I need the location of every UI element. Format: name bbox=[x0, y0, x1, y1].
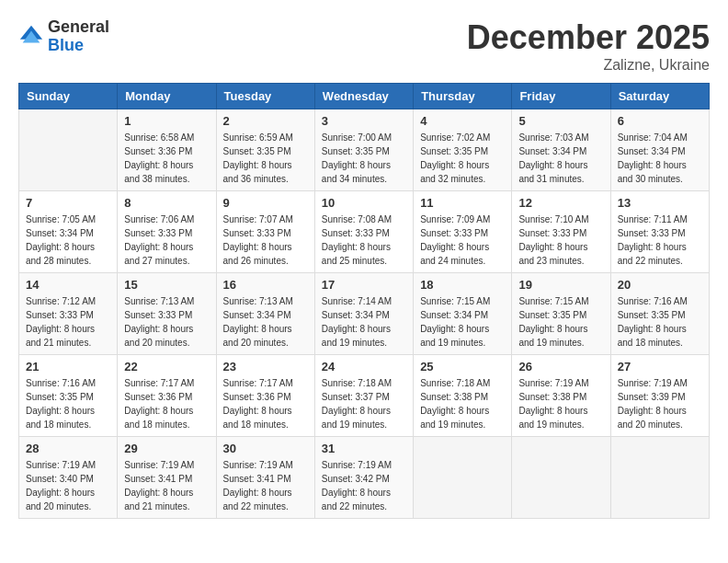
calendar-day-cell: 26Sunrise: 7:19 AMSunset: 3:38 PMDayligh… bbox=[512, 355, 610, 437]
weekday-header: Saturday bbox=[610, 84, 709, 109]
day-info: Sunrise: 7:14 AMSunset: 3:34 PMDaylight:… bbox=[322, 294, 406, 350]
logo-icon bbox=[18, 24, 44, 50]
day-info: Sunrise: 7:07 AMSunset: 3:33 PMDaylight:… bbox=[223, 213, 308, 268]
calendar-day-cell bbox=[512, 437, 610, 519]
day-info: Sunrise: 7:00 AMSunset: 3:35 PMDaylight:… bbox=[322, 131, 406, 186]
calendar-day-cell: 6Sunrise: 7:04 AMSunset: 3:34 PMDaylight… bbox=[610, 109, 709, 191]
day-number: 24 bbox=[322, 360, 406, 373]
calendar-table: SundayMondayTuesdayWednesdayThursdayFrid… bbox=[18, 83, 710, 519]
calendar-day-cell: 24Sunrise: 7:18 AMSunset: 3:37 PMDayligh… bbox=[314, 355, 413, 437]
day-info: Sunrise: 7:19 AMSunset: 3:41 PMDaylight:… bbox=[124, 458, 209, 513]
day-info: Sunrise: 7:18 AMSunset: 3:37 PMDaylight:… bbox=[322, 376, 406, 431]
calendar-day-cell: 28Sunrise: 7:19 AMSunset: 3:40 PMDayligh… bbox=[19, 437, 118, 519]
logo-general-text: General bbox=[48, 17, 109, 36]
day-info: Sunrise: 7:17 AMSunset: 3:36 PMDaylight:… bbox=[223, 376, 308, 431]
day-number: 26 bbox=[518, 360, 603, 373]
calendar-day-cell: 12Sunrise: 7:10 AMSunset: 3:33 PMDayligh… bbox=[512, 191, 610, 273]
calendar-day-cell: 20Sunrise: 7:16 AMSunset: 3:35 PMDayligh… bbox=[610, 273, 709, 355]
day-info: Sunrise: 7:04 AMSunset: 3:34 PMDaylight:… bbox=[618, 131, 702, 186]
day-info: Sunrise: 7:13 AMSunset: 3:33 PMDaylight:… bbox=[124, 294, 209, 350]
calendar-body: 1Sunrise: 6:58 AMSunset: 3:36 PMDaylight… bbox=[19, 109, 710, 519]
day-info: Sunrise: 7:19 AMSunset: 3:39 PMDaylight:… bbox=[618, 376, 702, 431]
day-number: 23 bbox=[223, 360, 308, 373]
calendar-day-cell bbox=[19, 109, 118, 191]
day-number: 16 bbox=[223, 278, 308, 292]
month-title: December 2025 bbox=[467, 18, 710, 57]
weekday-header: Friday bbox=[512, 84, 610, 109]
day-number: 19 bbox=[518, 278, 603, 292]
calendar-day-cell bbox=[414, 437, 512, 519]
day-info: Sunrise: 7:13 AMSunset: 3:34 PMDaylight:… bbox=[223, 294, 308, 350]
day-number: 4 bbox=[420, 114, 505, 128]
calendar-day-cell: 30Sunrise: 7:19 AMSunset: 3:41 PMDayligh… bbox=[216, 437, 314, 519]
day-info: Sunrise: 7:05 AMSunset: 3:34 PMDaylight:… bbox=[26, 213, 110, 268]
calendar-day-cell: 16Sunrise: 7:13 AMSunset: 3:34 PMDayligh… bbox=[216, 273, 314, 355]
calendar-day-cell: 4Sunrise: 7:02 AMSunset: 3:35 PMDaylight… bbox=[414, 109, 512, 191]
day-number: 30 bbox=[223, 442, 308, 455]
day-info: Sunrise: 7:15 AMSunset: 3:35 PMDaylight:… bbox=[518, 294, 603, 350]
day-number: 9 bbox=[223, 196, 308, 210]
calendar-day-cell: 9Sunrise: 7:07 AMSunset: 3:33 PMDaylight… bbox=[216, 191, 314, 273]
calendar-week-row: 7Sunrise: 7:05 AMSunset: 3:34 PMDaylight… bbox=[19, 191, 710, 273]
day-number: 14 bbox=[26, 278, 110, 292]
day-number: 22 bbox=[124, 360, 209, 373]
day-number: 27 bbox=[618, 360, 702, 373]
day-number: 7 bbox=[26, 196, 110, 210]
calendar-day-cell: 11Sunrise: 7:09 AMSunset: 3:33 PMDayligh… bbox=[414, 191, 512, 273]
weekday-header: Sunday bbox=[19, 84, 118, 109]
weekday-header: Thursday bbox=[414, 84, 512, 109]
day-info: Sunrise: 7:06 AMSunset: 3:33 PMDaylight:… bbox=[124, 213, 209, 268]
title-block: December 2025 Zalizne, Ukraine bbox=[467, 18, 710, 74]
calendar-day-cell: 22Sunrise: 7:17 AMSunset: 3:36 PMDayligh… bbox=[118, 355, 216, 437]
calendar-day-cell: 15Sunrise: 7:13 AMSunset: 3:33 PMDayligh… bbox=[118, 273, 216, 355]
day-number: 1 bbox=[124, 114, 209, 128]
calendar-day-cell: 31Sunrise: 7:19 AMSunset: 3:42 PMDayligh… bbox=[314, 437, 413, 519]
calendar-week-row: 28Sunrise: 7:19 AMSunset: 3:40 PMDayligh… bbox=[19, 437, 710, 519]
day-info: Sunrise: 7:15 AMSunset: 3:34 PMDaylight:… bbox=[420, 294, 505, 350]
calendar-day-cell: 8Sunrise: 7:06 AMSunset: 3:33 PMDaylight… bbox=[118, 191, 216, 273]
calendar-day-cell: 3Sunrise: 7:00 AMSunset: 3:35 PMDaylight… bbox=[314, 109, 413, 191]
day-number: 17 bbox=[322, 278, 406, 292]
calendar-day-cell: 23Sunrise: 7:17 AMSunset: 3:36 PMDayligh… bbox=[216, 355, 314, 437]
day-number: 8 bbox=[124, 196, 209, 210]
day-number: 28 bbox=[26, 442, 110, 455]
day-number: 12 bbox=[518, 196, 603, 210]
day-info: Sunrise: 7:02 AMSunset: 3:35 PMDaylight:… bbox=[420, 131, 505, 186]
calendar-week-row: 21Sunrise: 7:16 AMSunset: 3:35 PMDayligh… bbox=[19, 355, 710, 437]
day-number: 31 bbox=[322, 442, 406, 455]
day-info: Sunrise: 7:10 AMSunset: 3:33 PMDaylight:… bbox=[518, 213, 603, 268]
day-info: Sunrise: 7:03 AMSunset: 3:34 PMDaylight:… bbox=[518, 131, 603, 186]
calendar-day-cell: 18Sunrise: 7:15 AMSunset: 3:34 PMDayligh… bbox=[414, 273, 512, 355]
calendar-header-row: SundayMondayTuesdayWednesdayThursdayFrid… bbox=[19, 84, 710, 109]
day-number: 21 bbox=[26, 360, 110, 373]
day-number: 18 bbox=[420, 278, 505, 292]
page-header: General Blue December 2025 Zalizne, Ukra… bbox=[18, 18, 710, 74]
calendar-day-cell: 29Sunrise: 7:19 AMSunset: 3:41 PMDayligh… bbox=[118, 437, 216, 519]
day-number: 25 bbox=[420, 360, 505, 373]
day-number: 5 bbox=[518, 114, 603, 128]
weekday-header: Wednesday bbox=[314, 84, 413, 109]
calendar-day-cell: 10Sunrise: 7:08 AMSunset: 3:33 PMDayligh… bbox=[314, 191, 413, 273]
calendar-day-cell: 1Sunrise: 6:58 AMSunset: 3:36 PMDaylight… bbox=[118, 109, 216, 191]
day-info: Sunrise: 7:17 AMSunset: 3:36 PMDaylight:… bbox=[124, 376, 209, 431]
calendar-week-row: 14Sunrise: 7:12 AMSunset: 3:33 PMDayligh… bbox=[19, 273, 710, 355]
day-number: 10 bbox=[322, 196, 406, 210]
day-number: 29 bbox=[124, 442, 209, 455]
day-number: 2 bbox=[223, 114, 308, 128]
calendar-day-cell bbox=[610, 437, 709, 519]
day-number: 15 bbox=[124, 278, 209, 292]
location-label: Zalizne, Ukraine bbox=[467, 57, 710, 74]
day-number: 6 bbox=[618, 114, 702, 128]
calendar-day-cell: 13Sunrise: 7:11 AMSunset: 3:33 PMDayligh… bbox=[610, 191, 709, 273]
day-info: Sunrise: 7:08 AMSunset: 3:33 PMDaylight:… bbox=[322, 213, 406, 268]
day-info: Sunrise: 7:16 AMSunset: 3:35 PMDaylight:… bbox=[26, 376, 110, 431]
day-info: Sunrise: 7:12 AMSunset: 3:33 PMDaylight:… bbox=[26, 294, 110, 350]
day-info: Sunrise: 7:16 AMSunset: 3:35 PMDaylight:… bbox=[618, 294, 702, 350]
calendar-day-cell: 19Sunrise: 7:15 AMSunset: 3:35 PMDayligh… bbox=[512, 273, 610, 355]
calendar-day-cell: 27Sunrise: 7:19 AMSunset: 3:39 PMDayligh… bbox=[610, 355, 709, 437]
calendar-day-cell: 21Sunrise: 7:16 AMSunset: 3:35 PMDayligh… bbox=[19, 355, 118, 437]
logo: General Blue bbox=[18, 18, 109, 55]
day-number: 20 bbox=[618, 278, 702, 292]
day-info: Sunrise: 7:09 AMSunset: 3:33 PMDaylight:… bbox=[420, 213, 505, 268]
logo-blue-text: Blue bbox=[48, 36, 84, 54]
